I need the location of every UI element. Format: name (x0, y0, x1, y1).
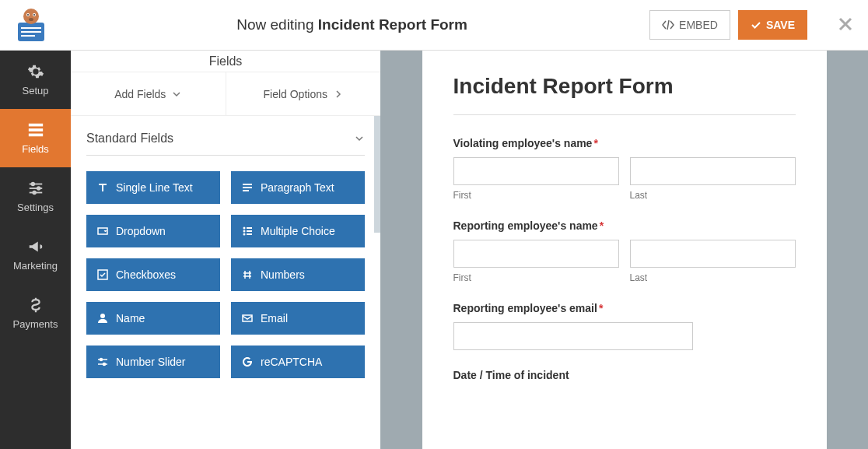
tab-field-options[interactable]: Field Options (226, 72, 381, 115)
form-preview: Incident Report Form Violating employee'… (422, 51, 827, 449)
fields-panel: Fields Add Fields Field Options Standard… (71, 51, 380, 449)
divider (453, 114, 796, 115)
megaphone-icon (27, 238, 44, 255)
embed-button[interactable]: EMBED (649, 10, 730, 40)
field-dropdown[interactable]: Dropdown (86, 215, 220, 247)
field-label: Violating employee's name* (453, 137, 796, 149)
sublabel-last: Last (630, 190, 796, 201)
svg-rect-26 (247, 230, 252, 232)
svg-rect-12 (28, 134, 42, 137)
sidebar-label: Setup (23, 85, 49, 96)
svg-rect-20 (243, 187, 252, 188)
dropdown-icon (97, 226, 108, 237)
field-multiple-choice[interactable]: Multiple Choice (231, 215, 365, 247)
chevron-down-icon[interactable] (354, 133, 365, 144)
sublabel-first: First (453, 190, 619, 201)
close-button[interactable] (831, 14, 860, 36)
google-icon (242, 356, 253, 367)
svg-point-23 (243, 227, 246, 230)
form-preview-wrap: Incident Report Form Violating employee'… (380, 51, 868, 449)
page-title: Now editing Incident Report Form (54, 16, 649, 33)
code-icon (662, 19, 674, 31)
field-date-time-incident[interactable]: Date / Time of incident (453, 369, 796, 381)
field-name[interactable]: Name (86, 302, 220, 335)
user-icon (97, 313, 108, 324)
svg-point-8 (33, 14, 35, 16)
svg-rect-31 (243, 315, 252, 321)
text-icon (97, 182, 108, 193)
field-email[interactable]: Email (231, 302, 365, 335)
sidebar-label: Settings (17, 202, 54, 213)
field-reporting-employee-email[interactable]: Reporting employee's email* (453, 302, 796, 350)
sliders-icon (27, 180, 44, 197)
field-single-line-text[interactable]: Single Line Text (86, 171, 220, 204)
svg-rect-24 (247, 227, 252, 229)
email-input[interactable] (453, 322, 693, 350)
field-recaptcha[interactable]: reCAPTCHA (231, 346, 365, 378)
svg-point-17 (37, 187, 40, 190)
topbar: Now editing Incident Report Form EMBED S… (0, 0, 868, 51)
check-icon (751, 19, 761, 30)
svg-point-16 (31, 183, 34, 186)
sidebar-item-fields[interactable]: Fields (0, 109, 71, 167)
svg-rect-19 (243, 184, 252, 185)
field-numbers[interactable]: Numbers (231, 258, 365, 291)
field-violating-employee-name[interactable]: Violating employee's name* First Last (453, 137, 796, 201)
scrollbar[interactable] (374, 116, 380, 233)
svg-point-7 (27, 14, 29, 16)
sidebar-item-setup[interactable]: Setup (0, 51, 71, 109)
panel-header: Fields (71, 51, 380, 72)
sliders-icon (97, 356, 108, 367)
section-title: Standard Fields (86, 132, 173, 146)
svg-rect-11 (28, 128, 42, 132)
svg-point-35 (103, 363, 106, 366)
svg-point-27 (243, 233, 246, 236)
sidebar-item-payments[interactable]: Payments (0, 284, 71, 342)
svg-point-18 (33, 191, 36, 195)
sidebar-label: Payments (13, 318, 58, 330)
chevron-down-icon (172, 89, 181, 99)
save-button[interactable]: SAVE (738, 10, 807, 40)
chevron-right-icon (334, 89, 343, 99)
sidebar-label: Fields (22, 143, 49, 155)
sublabel-first: First (453, 272, 619, 283)
sidebar: Setup Fields Settings Marketing Payments (0, 51, 71, 449)
field-label: Date / Time of incident (453, 369, 796, 381)
sidebar-label: Marketing (13, 260, 58, 272)
field-reporting-employee-name[interactable]: Reporting employee's name* First Last (453, 219, 796, 283)
first-name-input[interactable] (453, 157, 619, 185)
field-number-slider[interactable]: Number Slider (86, 346, 220, 378)
svg-rect-10 (28, 124, 42, 127)
last-name-input[interactable] (630, 240, 796, 268)
sublabel-last: Last (630, 272, 796, 283)
svg-rect-28 (247, 233, 252, 235)
gear-icon (27, 63, 44, 80)
svg-rect-1 (21, 27, 41, 29)
field-label: Reporting employee's name* (453, 219, 796, 232)
field-label: Reporting employee's email* (453, 302, 796, 314)
form-icon (27, 121, 44, 139)
list-icon (242, 226, 253, 237)
dollar-icon (27, 296, 44, 314)
svg-point-4 (23, 9, 39, 24)
svg-point-25 (243, 230, 246, 233)
first-name-input[interactable] (453, 240, 619, 268)
field-checkboxes[interactable]: Checkboxes (86, 258, 220, 291)
svg-point-30 (100, 314, 105, 318)
svg-rect-21 (243, 190, 249, 191)
svg-point-34 (100, 359, 103, 361)
last-name-input[interactable] (630, 157, 796, 185)
svg-point-9 (29, 18, 33, 21)
svg-rect-2 (21, 31, 41, 33)
hash-icon (242, 269, 253, 280)
paragraph-icon (242, 182, 253, 193)
form-title: Incident Report Form (453, 74, 796, 99)
wpforms-logo (8, 5, 54, 44)
checkbox-icon (97, 269, 108, 280)
envelope-icon (242, 313, 253, 324)
sidebar-item-settings[interactable]: Settings (0, 167, 71, 226)
close-icon (838, 17, 852, 31)
tab-add-fields[interactable]: Add Fields (71, 72, 226, 115)
field-paragraph-text[interactable]: Paragraph Text (231, 171, 365, 204)
sidebar-item-marketing[interactable]: Marketing (0, 226, 71, 284)
